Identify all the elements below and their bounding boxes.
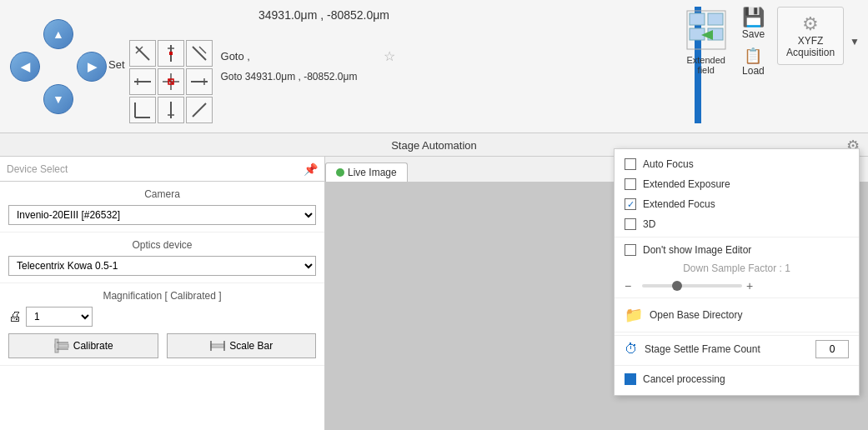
pos-btn-bottomright[interactable] [186,97,213,123]
slider-thumb [672,281,682,291]
camera-dropdown[interactable]: Invenio-20EIII [#26532] [8,205,316,225]
printer-icon: 🖨 [8,309,22,324]
nav-up-button[interactable]: ▲ [43,19,73,49]
3d-checkbox[interactable] [625,218,636,230]
menu-divider-2 [615,298,859,298]
load-label: Load [742,65,765,77]
load-button[interactable]: 📋 Load [742,47,765,77]
stage-automation-label: Stage Automation [391,139,477,152]
optics-section-title: Optics device [8,239,316,251]
tab-live-indicator [336,168,344,177]
tab-live-label: Live Image [348,167,397,178]
device-select-bar[interactable]: Device Select 📌 [0,157,324,182]
dont-show-editor-checkbox[interactable] [625,244,636,256]
right-toolbar: Extendedfield 💾 Save 📋 Load ⚙ XYFZAcquis… [683,7,860,77]
magnification-row: 🖨 1 [8,307,316,327]
cancel-processing-button[interactable]: Cancel processing [615,368,859,390]
calibrate-button[interactable]: Calibrate [8,333,158,358]
menu-divider-1 [615,237,859,238]
camera-section: Camera Invenio-20EIII [#26532] [0,182,324,232]
slider-minus-button[interactable]: − [625,279,638,292]
open-base-directory-button[interactable]: 📁 Open Base Directory [615,301,859,329]
extended-exposure-checkbox[interactable] [625,178,636,190]
set-label: Set [108,58,125,71]
magnification-section-title: Magnification [ Calibrated ] [8,290,316,302]
open-directory-label: Open Base Directory [650,309,742,321]
pin-icon: 📌 [304,162,318,176]
save-label: Save [742,28,765,40]
menu-item-auto-focus[interactable]: Auto Focus [615,154,859,174]
svg-line-19 [193,103,206,117]
cancel-processing-label: Cancel processing [643,373,725,385]
svg-line-6 [199,47,206,53]
menu-item-dont-show-editor[interactable]: Don't show Image Editor [615,240,859,260]
goto-top-row: Goto , ☆ [221,48,395,64]
nav-bottom-row: ▼ [43,84,73,114]
svg-rect-27 [55,339,58,352]
scale-bar-button[interactable]: Scale Bar [167,333,317,358]
pos-btn-bottomleft[interactable] [129,97,156,123]
xyfz-acquisition-button[interactable]: ⚙ XYFZAcquisition [777,7,844,65]
coord-text: 34931.0μm , -80852.0μm [258,8,389,22]
stage-settle-input[interactable] [815,340,849,358]
stage-settle-row: ⏱ Stage Settle Frame Count [615,335,859,362]
magnification-section: Magnification [ Calibrated ] 🖨 1 Calibra… [0,283,324,366]
xyfz-icon: ⚙ [802,13,819,35]
save-button[interactable]: 💾 Save [742,7,765,40]
nav-right-button[interactable]: ▶ [77,52,107,82]
optics-dropdown-row: Telecentrix Kowa 0.5-1 [8,256,316,276]
camera-dropdown-row: Invenio-20EIII [#26532] [8,205,316,225]
cancel-square-icon [625,373,636,385]
camera-section-title: Camera [8,188,316,200]
svg-line-5 [193,47,206,60]
pos-btn-center[interactable] [158,68,184,95]
optics-section: Optics device Telecentrix Kowa 0.5-1 [0,232,324,283]
calibrate-icon [53,338,70,354]
star-button[interactable]: ☆ [384,48,395,64]
extended-exposure-label: Extended Exposure [643,178,730,190]
goto-coords-label: Goto 34931.0μm , -80852.0μm [221,71,395,82]
nav-down-button[interactable]: ▼ [43,84,73,114]
auto-focus-checkbox[interactable] [625,158,636,170]
xyfz-dropdown-arrow[interactable]: ▼ [850,36,860,48]
menu-item-3d[interactable]: 3D [615,214,859,234]
stage-settle-label: Stage Settle Frame Count [645,343,760,355]
nav-middle-row: ◀ ▶ [10,52,107,82]
nav-left-button[interactable]: ◀ [10,52,40,82]
nav-center-spacer [43,52,73,82]
pos-btn-topleft[interactable] [129,40,156,67]
pos-btn-right[interactable] [186,68,213,95]
tab-live-image[interactable]: Live Image [325,162,408,182]
pos-btn-topcenter[interactable] [158,40,184,67]
svg-rect-4 [169,52,173,55]
goto-section: Goto , ☆ Goto 34931.0μm , -80852.0μm [221,48,395,82]
dont-show-editor-label: Don't show Image Editor [643,244,751,256]
menu-item-extended-focus[interactable]: Extended Focus [615,194,859,214]
sidebar: Device Select 📌 Camera Invenio-20EIII [#… [0,157,325,430]
menu-divider-4 [615,365,859,366]
pos-btn-bottomcenter[interactable] [158,97,184,123]
optics-dropdown[interactable]: Telecentrix Kowa 0.5-1 [8,256,316,276]
menu-item-extended-exposure[interactable]: Extended Exposure [615,174,859,194]
3d-label: 3D [643,218,655,230]
calibrate-label: Calibrate [73,340,113,352]
pos-btn-topright[interactable] [186,40,213,67]
toolbar: 34931.0μm , -80852.0μm ▲ ◀ ▶ ▼ Set [0,0,868,133]
folder-icon: 📁 [625,306,643,324]
slider-plus-button[interactable]: + [746,279,760,292]
extended-field-button[interactable]: Extendedfield [683,7,730,75]
scale-bar-label: Scale Bar [229,340,273,352]
down-sample-slider[interactable] [642,284,742,288]
device-select-text: Device Select [7,163,304,175]
clock-icon: ⏱ [625,342,638,357]
slider-control-row: − + [615,277,859,295]
svg-rect-30 [211,344,224,348]
pos-btn-left[interactable] [129,68,156,95]
settings-dropdown-menu: Auto Focus Extended Exposure Extended Fo… [614,148,860,396]
nav-arrows-container: ▲ ◀ ▶ ▼ [8,19,108,114]
scale-bar-icon [209,338,226,354]
extended-focus-checkbox[interactable] [625,198,636,210]
nav-top-row: ▲ [43,19,73,49]
save-load-section: 💾 Save 📋 Load [742,7,765,77]
magnification-dropdown[interactable]: 1 [26,307,93,327]
